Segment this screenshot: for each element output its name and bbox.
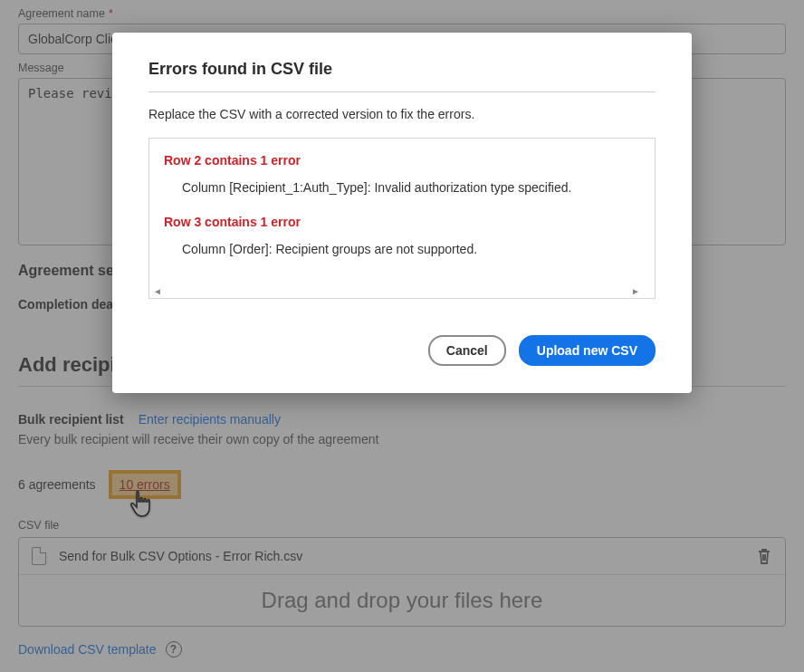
- errors-highlight-box: 10 errors: [109, 470, 181, 499]
- error-row-title: Row 3 contains 1 error: [164, 215, 640, 229]
- upload-new-csv-button[interactable]: Upload new CSV: [519, 335, 656, 366]
- error-row-detail: Column [Recipient_1:Auth_Type]: Invalid …: [182, 180, 640, 195]
- error-row-title: Row 2 contains 1 error: [164, 153, 640, 168]
- errors-link[interactable]: 10 errors: [120, 477, 170, 492]
- file-icon: [32, 547, 46, 565]
- download-csv-template-link[interactable]: Download CSV template: [18, 642, 157, 657]
- help-icon[interactable]: ?: [166, 641, 182, 658]
- drop-files-message: Drag and drop your files here: [19, 575, 785, 626]
- csv-errors-modal: Errors found in CSV file Replace the CSV…: [112, 33, 692, 393]
- scroll-left-icon[interactable]: ◄: [153, 286, 162, 296]
- bulk-recipient-desc: Every bulk recipient will receive their …: [18, 432, 786, 446]
- csv-drop-zone[interactable]: Send for Bulk CSV Options - Error Rich.c…: [18, 537, 786, 627]
- modal-title: Errors found in CSV file: [148, 60, 656, 92]
- csv-file-label: CSV file: [18, 519, 786, 532]
- agreements-count: 6 agreements: [18, 477, 96, 492]
- modal-subtitle: Replace the CSV with a corrected version…: [148, 107, 656, 121]
- bulk-recipient-title: Bulk recipient list: [18, 412, 124, 427]
- csv-file-name: Send for Bulk CSV Options - Error Rich.c…: [59, 549, 756, 563]
- cancel-button[interactable]: Cancel: [428, 335, 506, 366]
- csv-file-row: Send for Bulk CSV Options - Error Rich.c…: [19, 538, 785, 575]
- required-star-icon: *: [109, 7, 113, 20]
- delete-file-icon[interactable]: [756, 547, 772, 565]
- scroll-right-icon[interactable]: ►: [631, 286, 640, 296]
- agreement-name-label: Agreement name*: [18, 7, 786, 20]
- error-list-scroll[interactable]: Row 2 contains 1 error Column [Recipient…: [148, 138, 656, 299]
- enter-recipients-manually-link[interactable]: Enter recipients manually: [139, 412, 281, 427]
- error-row-detail: Column [Order]: Recipient groups are not…: [182, 242, 640, 256]
